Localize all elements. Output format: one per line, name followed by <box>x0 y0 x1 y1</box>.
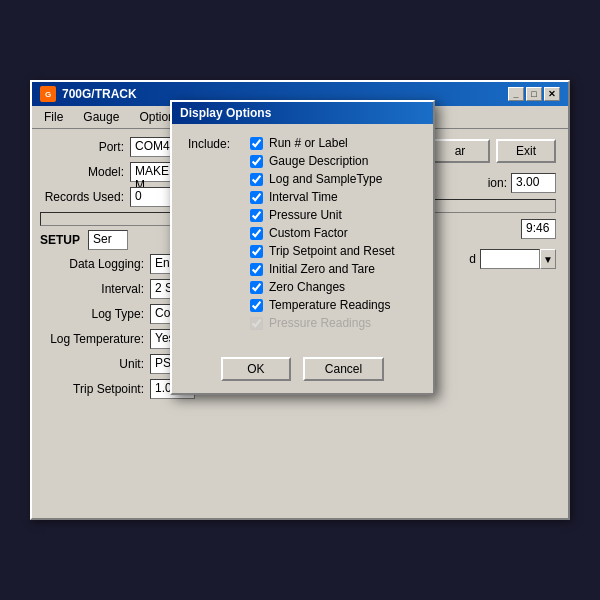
port-label: Port: <box>40 140 130 154</box>
checkbox-zero-input[interactable] <box>250 263 263 276</box>
interval-label: Interval: <box>40 282 150 296</box>
dialog-titlebar: Display Options <box>172 102 433 124</box>
checkbox-pressure-unit: Pressure Unit <box>234 208 395 222</box>
checkbox-temp-text: Temperature Readings <box>269 298 390 312</box>
checkboxes-container: Run # or Label Gauge Description Log and… <box>234 136 395 333</box>
cancel-button[interactable]: Cancel <box>303 357 384 381</box>
setup-ser-input[interactable]: Ser <box>88 230 128 250</box>
checkbox-zero-changes-text: Zero Changes <box>269 280 345 294</box>
checkbox-run-text: Run # or Label <box>269 136 348 150</box>
dropdown-arrow-icon[interactable]: ▼ <box>540 249 556 269</box>
dropdown-input[interactable] <box>480 249 540 269</box>
ok-button[interactable]: OK <box>221 357 291 381</box>
titlebar-controls: _ □ ✕ <box>508 87 560 101</box>
unit-label: Unit: <box>40 357 150 371</box>
checkbox-log-input[interactable] <box>250 173 263 186</box>
checkbox-pressure-unit-input[interactable] <box>250 209 263 222</box>
timestamp-input[interactable]: 9:46 <box>521 219 556 239</box>
time-label: ion: <box>488 176 507 190</box>
maximize-button[interactable]: □ <box>526 87 542 101</box>
checkbox-trip-setpoint: Trip Setpoint and Reset <box>234 244 395 258</box>
checkbox-run-label: Run # or Label <box>234 136 395 150</box>
checkbox-gauge-desc: Gauge Description <box>234 154 395 168</box>
logtemp-label: Log Temperature: <box>40 332 150 346</box>
model-label: Model: <box>40 165 130 179</box>
checkbox-zero-text: Initial Zero and Tare <box>269 262 375 276</box>
checkbox-custom-factor-input[interactable] <box>250 227 263 240</box>
checkbox-initial-zero: Initial Zero and Tare <box>234 262 395 276</box>
checkbox-zero-changes: Zero Changes <box>234 280 395 294</box>
minimize-button[interactable]: _ <box>508 87 524 101</box>
checkbox-gauge-text: Gauge Description <box>269 154 368 168</box>
titlebar-left: G 700G/TRACK <box>40 86 137 102</box>
right-scrollbar[interactable] <box>416 199 556 213</box>
checkbox-run-input[interactable] <box>250 137 263 150</box>
checkbox-gauge-input[interactable] <box>250 155 263 168</box>
include-label: Include: <box>188 136 230 151</box>
logtype-label: Log Type: <box>40 307 150 321</box>
time-input[interactable]: 3.00 <box>511 173 556 193</box>
checkbox-pressure-readings-text: Pressure Readings <box>269 316 371 330</box>
checkbox-pressure-readings: Pressure Readings <box>234 316 395 330</box>
dropdown-prefix: d <box>469 252 476 266</box>
checkbox-temp-readings: Temperature Readings <box>234 298 395 312</box>
checkbox-custom-factor-text: Custom Factor <box>269 226 348 240</box>
dialog-title: Display Options <box>180 106 271 120</box>
menu-file[interactable]: File <box>40 108 67 126</box>
checkbox-trip-text: Trip Setpoint and Reset <box>269 244 395 258</box>
checkbox-zero-changes-input[interactable] <box>250 281 263 294</box>
checkbox-interval-text: Interval Time <box>269 190 338 204</box>
ar-button[interactable]: ar <box>430 139 490 163</box>
dialog-buttons: OK Cancel <box>172 349 433 393</box>
checkbox-pressure-readings-input <box>250 317 263 330</box>
checkbox-pressure-unit-text: Pressure Unit <box>269 208 342 222</box>
dialog-content: Include: Run # or Label Gauge Descriptio… <box>172 124 433 349</box>
display-options-dialog: Display Options Include: Run # or Label … <box>170 100 435 395</box>
close-button[interactable]: ✕ <box>544 87 560 101</box>
records-label: Records Used: <box>40 190 130 204</box>
checkbox-interval-input[interactable] <box>250 191 263 204</box>
time-row: ion: 3.00 <box>488 173 556 193</box>
timestamp-row: 9:46 <box>521 219 556 239</box>
datalogging-label: Data Logging: <box>40 257 150 271</box>
scrollbar[interactable] <box>40 212 190 226</box>
exit-button[interactable]: Exit <box>496 139 556 163</box>
menu-gauge[interactable]: Gauge <box>79 108 123 126</box>
tripsetpoint-label: Trip Setpoint: <box>40 382 150 396</box>
checkbox-interval-time: Interval Time <box>234 190 395 204</box>
top-buttons: ar Exit <box>430 139 556 163</box>
include-section: Include: Run # or Label Gauge Descriptio… <box>188 136 417 333</box>
checkbox-trip-input[interactable] <box>250 245 263 258</box>
dropdown-row: d ▼ <box>469 249 556 269</box>
checkbox-log-text: Log and SampleType <box>269 172 382 186</box>
checkbox-log-sample: Log and SampleType <box>234 172 395 186</box>
main-title: 700G/TRACK <box>62 87 137 101</box>
checkbox-custom-factor: Custom Factor <box>234 226 395 240</box>
checkbox-temp-input[interactable] <box>250 299 263 312</box>
setup-title: SETUP <box>40 233 80 247</box>
app-icon: G <box>40 86 56 102</box>
right-panel: ar Exit ion: 3.00 9:46 d ▼ <box>416 137 560 404</box>
